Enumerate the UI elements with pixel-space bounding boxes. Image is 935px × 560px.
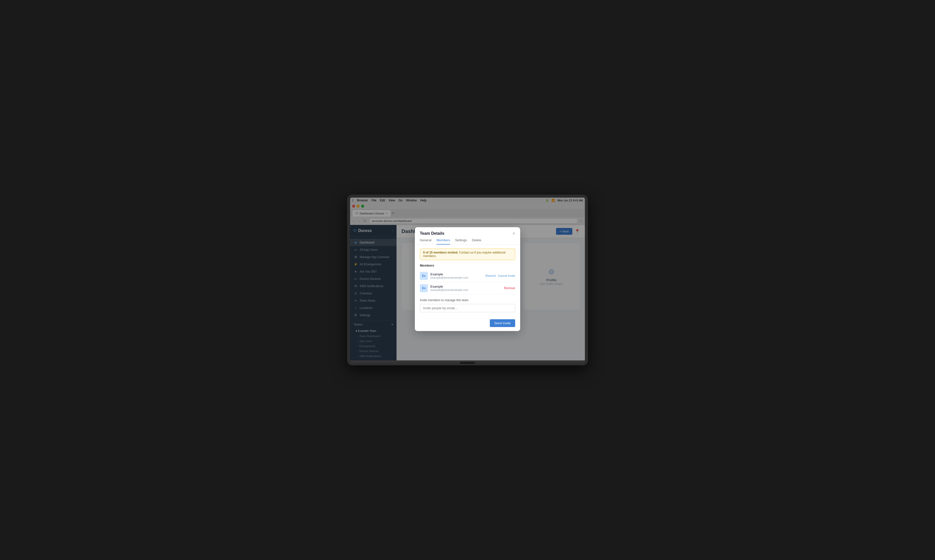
laptop-frame:  Browser File Edit View Go Window Help … xyxy=(347,195,588,365)
team-details-modal: Team Details × General Members Settings … xyxy=(415,227,520,331)
member-item-2: Ex Example example@duressexample.com Rem… xyxy=(420,282,515,294)
send-invite-button[interactable]: Send Invite xyxy=(490,319,515,327)
member-name-1: Example xyxy=(431,272,483,276)
tab-general[interactable]: General xyxy=(420,238,431,245)
laptop-screen:  Browser File Edit View Go Window Help … xyxy=(350,198,585,360)
members-alert-banner: 0 of 15 members invited. Contact us if y… xyxy=(420,249,515,260)
member-email-1: example@duressexample.com xyxy=(431,276,483,279)
invite-label: Invite members to manage this team xyxy=(420,298,515,302)
tab-settings[interactable]: Settings xyxy=(455,238,467,245)
main-content: Dashboard + New 📍 ⚙ Manage 👥 Teams xyxy=(397,225,585,360)
member-actions-1: Resend Cancel Invite xyxy=(485,274,515,278)
cancel-invite-button[interactable]: Cancel Invite xyxy=(498,274,515,278)
member-email-2: example@duressexample.com xyxy=(431,288,501,291)
alert-count: 0 of 15 members invited. xyxy=(423,251,458,254)
app-layout: 🛡 Duress ‹ ◆ Dashboard ▭ All App Users xyxy=(350,225,585,360)
members-label: Members xyxy=(420,263,515,267)
laptop-base xyxy=(350,360,585,365)
modal-tabs: General Members Settings Delete xyxy=(415,236,520,245)
laptop-notch xyxy=(460,362,475,364)
modal-title: Team Details xyxy=(420,231,444,236)
tab-delete[interactable]: Delete xyxy=(472,238,481,245)
modal-overlay: Team Details × General Members Settings … xyxy=(397,225,585,360)
resend-button[interactable]: Resend xyxy=(485,274,495,278)
member-avatar-1: Ex xyxy=(420,272,428,280)
invite-section: Invite members to manage this team xyxy=(420,298,515,315)
member-actions-2: Remove xyxy=(504,286,515,290)
tab-members[interactable]: Members xyxy=(437,238,450,245)
modal-header: Team Details × xyxy=(415,227,520,236)
modal-close-button[interactable]: × xyxy=(512,231,515,236)
modal-footer: Send Invite xyxy=(415,319,520,331)
modal-body: 0 of 15 members invited. Contact us if y… xyxy=(415,245,520,319)
member-avatar-2: Ex xyxy=(420,284,428,292)
member-info-1: Example example@duressexample.com xyxy=(431,272,483,279)
remove-button[interactable]: Remove xyxy=(504,286,515,290)
invite-email-input[interactable] xyxy=(420,304,515,312)
member-name-2: Example xyxy=(431,285,501,288)
member-item-1: Ex Example example@duressexample.com Res… xyxy=(420,270,515,282)
member-info-2: Example example@duressexample.com xyxy=(431,285,501,291)
